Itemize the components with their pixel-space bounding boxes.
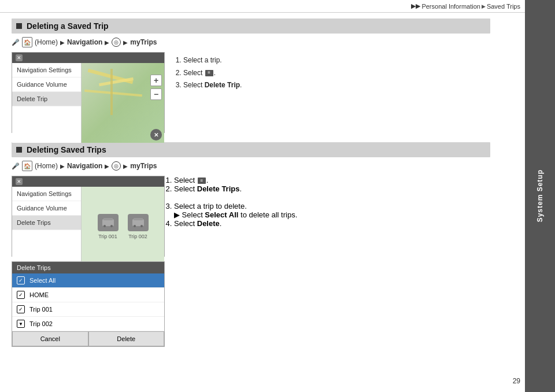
section2-body: ✕ Navigation Settings Guidance Volume De…: [12, 176, 490, 347]
instruction-2-3: Select a trip to delete. ▶ Select Select…: [174, 202, 490, 219]
nav-arrow-4: ▶: [60, 163, 65, 169]
page-header: ▶▶ Personal Information ▶ Saved Trips: [0, 0, 555, 13]
delete-trips-select-all[interactable]: Select All: [12, 273, 164, 288]
instruction-1-2: Select .: [183, 67, 490, 80]
home-icon-2: 🏠: [22, 161, 32, 171]
screenshot1-inner: Navigation Settings Guidance Volume Dele…: [12, 63, 164, 143]
trip-svg-2: [131, 217, 145, 228]
breadcrumb-personal: Personal Information: [421, 3, 480, 10]
section2-screenshot2: Delete Trips Select All HOME Trip 001 Tr…: [12, 261, 165, 347]
nav-navigation: Navigation: [67, 38, 102, 46]
trip-label-2: Trip 002: [128, 234, 147, 239]
trip-svg-1: [101, 217, 115, 228]
menu-nav-settings-2[interactable]: Navigation Settings: [12, 187, 81, 201]
instruction-1-1: Select a trip.: [183, 54, 490, 67]
map-area: + − ✕: [82, 63, 164, 143]
breadcrumb-triangle: ▶▶: [411, 2, 420, 10]
nav-arrow-6: ▶: [123, 163, 128, 169]
section1-instructions: Select a trip. Select . Select Delete Tr…: [174, 52, 490, 133]
close-icon-2[interactable]: ✕: [16, 178, 23, 185]
nav-arrow-2: ▶: [105, 39, 109, 46]
trip-label-1: Trip 001: [98, 234, 117, 239]
svg-rect-5: [134, 218, 143, 220]
trip001-row-label: Trip 001: [29, 306, 53, 313]
delete-trips-row-trip001[interactable]: Trip 001: [12, 302, 164, 317]
breadcrumb: ▶▶ Personal Information ▶ Saved Trips: [411, 2, 520, 10]
trip-card-2: Trip 002: [128, 214, 149, 239]
section2-screenshots: ✕ Navigation Settings Guidance Volume De…: [12, 176, 165, 347]
check-trip002: [17, 320, 25, 328]
instruction-1-3: Select Delete Trip.: [183, 79, 490, 92]
instruction-2-3-sub: ▶ Select Select All to delete all trips.: [174, 210, 490, 219]
nav-arrow-3: ▶: [123, 39, 128, 46]
close-icon[interactable]: ✕: [16, 54, 23, 61]
instruction-2-1: Select .: [174, 176, 490, 184]
right-sidebar: System Setup: [525, 0, 555, 392]
screenshot1-menu: Navigation Settings Guidance Volume Dele…: [12, 63, 82, 143]
menu-icon-2: [198, 177, 206, 184]
home-icon: 🏠: [22, 37, 32, 47]
select-all-label: Select All: [29, 277, 56, 284]
svg-point-6: [134, 225, 136, 227]
breadcrumb-arrow-1: ▶: [482, 3, 486, 9]
nav-arrow-1: ▶: [60, 39, 65, 46]
check-home: [17, 291, 25, 299]
svg-rect-1: [103, 218, 113, 220]
section1-icon: [16, 23, 22, 29]
instruction-2-4: Select Delete.: [174, 219, 490, 228]
section1-body: ✕ Navigation Settings Guidance Volume De…: [12, 52, 490, 133]
delete-button[interactable]: Delete: [88, 331, 165, 346]
section2-icon: [16, 147, 22, 153]
section2-nav-path: 🎤 🏠 (Home) ▶ Navigation ▶ ◎ ▶ myTrips: [12, 161, 490, 171]
trips-area: Trip 001 Trip 002: [82, 187, 164, 267]
section2-header: Deleting Saved Trips: [12, 142, 490, 157]
mic-icon-2: 🎤: [12, 162, 20, 170]
screenshot2-menu: Navigation Settings Guidance Volume Dele…: [12, 187, 82, 267]
screenshot1-topbar: ✕: [12, 53, 164, 63]
section1-nav-path: 🎤 🏠 (Home) ▶ Navigation ▶ ◎ ▶ myTrips: [12, 37, 490, 47]
delete-trips-row-trip002[interactable]: Trip 002: [12, 317, 164, 331]
screenshot2-inner: Navigation Settings Guidance Volume Dele…: [12, 187, 164, 267]
menu-guidance-volume-2[interactable]: Guidance Volume: [12, 201, 81, 216]
trip-card-1: Trip 001: [98, 214, 119, 239]
section1-header: Deleting a Saved Trip: [12, 19, 490, 34]
zoom-out-button[interactable]: −: [150, 88, 162, 100]
nav-arrow-5: ▶: [105, 163, 109, 169]
zoom-in-button[interactable]: +: [150, 75, 162, 86]
nav-mytrips: myTrips: [130, 38, 157, 46]
nav-navigation-2: Navigation: [67, 162, 102, 170]
map-road-3: [84, 90, 142, 97]
svg-point-7: [140, 225, 143, 227]
menu-delete-trip[interactable]: Delete Trip: [12, 92, 81, 106]
cancel-button[interactable]: Cancel: [12, 331, 88, 346]
breadcrumb-saved-trips: Saved Trips: [487, 3, 520, 10]
svg-point-3: [110, 225, 113, 227]
screenshot2-topbar: ✕: [12, 176, 164, 187]
close-map-button[interactable]: ✕: [150, 129, 162, 140]
trip-icon-1: [98, 214, 119, 231]
trip002-row-label: Trip 002: [29, 320, 53, 327]
sidebar-label: System Setup: [536, 169, 544, 222]
delete-trips-row-home[interactable]: HOME: [12, 288, 164, 302]
menu-delete-trips[interactable]: Delete Trips: [12, 216, 81, 230]
section1-title: Deleting a Saved Trip: [27, 21, 109, 31]
menu-guidance-volume[interactable]: Guidance Volume: [12, 77, 81, 92]
menu-icon-1: [205, 70, 213, 76]
section2-title: Deleting Saved Trips: [27, 145, 106, 154]
menu-nav-settings[interactable]: Navigation Settings: [12, 63, 81, 77]
check-trip001: [17, 305, 25, 313]
section1-screenshot: ✕ Navigation Settings Guidance Volume De…: [12, 52, 165, 133]
delete-trips-header: Delete Trips: [12, 262, 164, 273]
page-number: 29: [513, 377, 520, 385]
mic-icon: 🎤: [12, 39, 20, 46]
map-road-4: [110, 69, 113, 115]
section2-instructions: Select . Select Delete Trips. Select a t…: [174, 176, 490, 347]
instruction-2-2: Select Delete Trips.: [174, 184, 490, 193]
nav-circle-2: ◎: [112, 161, 121, 171]
trip-icon-2: [128, 214, 149, 231]
main-content: Deleting a Saved Trip 🎤 🏠 (Home) ▶ Navig…: [0, 13, 525, 357]
svg-point-2: [103, 225, 106, 227]
delete-trips-footer: Cancel Delete: [12, 331, 164, 346]
nav-circle: ◎: [112, 38, 121, 47]
section2-screenshot1: ✕ Navigation Settings Guidance Volume De…: [12, 176, 165, 257]
